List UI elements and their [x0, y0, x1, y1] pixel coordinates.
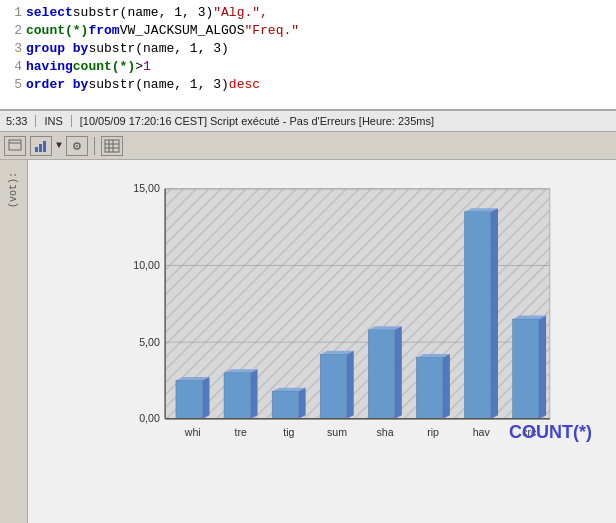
svg-rect-44	[368, 330, 394, 419]
sql-line-1: 1select substr(name, 1, 3) "Alg.",	[0, 4, 616, 22]
sql-token: order by	[26, 76, 88, 94]
line-number: 5	[4, 76, 22, 94]
sql-token: substr(name, 1, 3)	[88, 40, 228, 58]
sql-token: having	[26, 58, 73, 76]
svg-rect-52	[464, 212, 490, 419]
toolbar-btn-table[interactable]	[101, 136, 123, 156]
svg-text:rip: rip	[427, 426, 439, 438]
svg-marker-27	[202, 377, 209, 419]
svg-rect-32	[224, 373, 250, 419]
dropdown-label: ▼	[56, 140, 62, 151]
sql-editor[interactable]: 1select substr(name, 1, 3) "Alg.",2count…	[0, 0, 616, 110]
svg-rect-0	[9, 140, 21, 150]
editor-mode: INS	[44, 115, 71, 127]
sql-token: 1	[143, 58, 151, 76]
sql-token: desc	[229, 76, 260, 94]
sql-line-3: 3group by substr(name, 1, 3)	[0, 40, 616, 58]
sql-token: >	[135, 58, 143, 76]
main-content: (vot): 0,005,0010,0015,00whitretigsumsha…	[0, 160, 616, 523]
left-label: (vot):	[8, 172, 19, 208]
sql-token: from	[88, 22, 119, 40]
sql-token: select	[26, 4, 73, 22]
svg-rect-3	[39, 144, 42, 152]
svg-rect-4	[43, 141, 46, 152]
svg-marker-39	[347, 351, 354, 419]
line-number: 3	[4, 40, 22, 58]
toolbar-separator	[94, 137, 95, 155]
svg-marker-31	[250, 369, 257, 419]
cursor-position: 5:33	[6, 115, 36, 127]
svg-rect-2	[35, 147, 38, 152]
toolbar-btn-chart[interactable]	[30, 136, 52, 156]
bar-chart: 0,005,0010,0015,00whitretigsumshariphavc…	[88, 180, 596, 463]
svg-text:0,00: 0,00	[139, 412, 160, 424]
sql-token: group by	[26, 40, 88, 58]
toolbar-btn-1[interactable]	[4, 136, 26, 156]
svg-rect-40	[320, 354, 346, 418]
line-number: 1	[4, 4, 22, 22]
sql-token: "Freq."	[244, 22, 299, 40]
svg-text:10,00: 10,00	[133, 259, 160, 271]
sql-token: substr(name, 1, 3)	[88, 76, 228, 94]
svg-text:tig: tig	[283, 426, 294, 438]
status-bar: 5:33 INS [10/05/09 17:20:16 CEST] Script…	[0, 110, 616, 132]
sql-line-5: 5order by substr(name, 1, 3) desc	[0, 76, 616, 94]
svg-text:whi: whi	[184, 426, 201, 438]
sql-token: count(*)	[73, 58, 135, 76]
sql-line-4: 4having count(*) > 1	[0, 58, 616, 76]
svg-marker-47	[443, 354, 450, 419]
dropdown-group[interactable]: ▼	[56, 140, 62, 151]
svg-rect-48	[416, 357, 442, 418]
sql-token: count(*)	[26, 22, 88, 40]
svg-rect-28	[176, 380, 202, 418]
line-number: 2	[4, 22, 22, 40]
svg-text:sum: sum	[327, 426, 347, 438]
toolbar: ▼	[0, 132, 616, 160]
sql-token: VW_JACKSUM_ALGOS	[120, 22, 245, 40]
status-info: [10/05/09 17:20:16 CEST] Script exécuté …	[80, 115, 434, 127]
toolbar-btn-gear[interactable]	[66, 136, 88, 156]
svg-text:5,00: 5,00	[139, 336, 160, 348]
sql-token: substr(name, 1, 3)	[73, 4, 213, 22]
svg-rect-36	[272, 391, 298, 419]
svg-marker-51	[491, 208, 498, 418]
svg-text:15,00: 15,00	[133, 182, 160, 194]
left-panel: (vot):	[0, 160, 28, 523]
svg-marker-43	[395, 326, 402, 418]
svg-marker-35	[299, 388, 306, 419]
svg-rect-7	[105, 140, 119, 152]
line-number: 4	[4, 58, 22, 76]
chart-container: 0,005,0010,0015,00whitretigsumshariphavc…	[28, 160, 616, 523]
svg-text:sha: sha	[377, 426, 394, 438]
chart-legend-label: COUNT(*)	[509, 422, 592, 443]
svg-marker-55	[539, 316, 546, 419]
svg-text:tre: tre	[235, 426, 247, 438]
sql-line-2: 2count(*) from VW_JACKSUM_ALGOS "Freq."	[0, 22, 616, 40]
svg-point-6	[76, 145, 78, 147]
svg-text:hav: hav	[473, 426, 491, 438]
svg-rect-56	[513, 319, 539, 419]
sql-token: "Alg.",	[213, 4, 268, 22]
